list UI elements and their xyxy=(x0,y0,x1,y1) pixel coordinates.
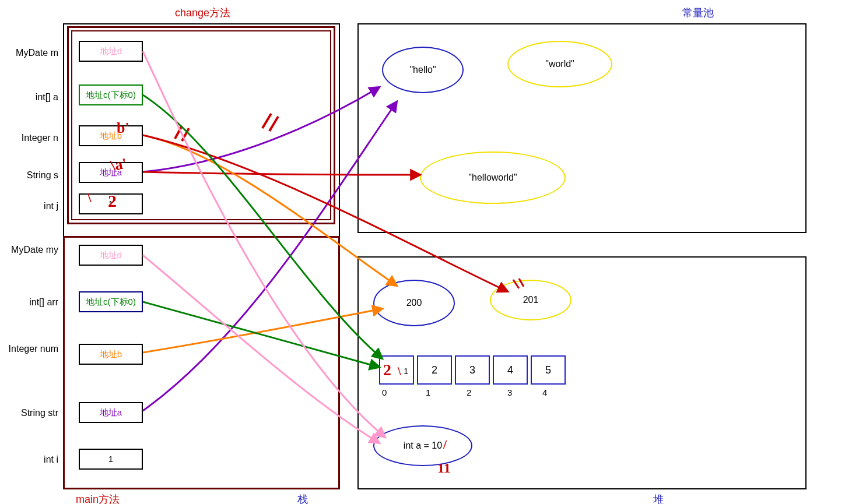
slot-change-b-prime: b' xyxy=(117,119,129,137)
label-string-str: String str xyxy=(0,408,58,418)
arr-cell-1: 2 xyxy=(417,355,452,385)
slot-main-addr-d: 地址d xyxy=(79,245,143,266)
title-change-method: change方法 xyxy=(175,6,230,20)
label-integer-n: Integer n xyxy=(0,133,58,143)
j-new: 2 xyxy=(108,191,117,211)
label-integer-num: Integer num xyxy=(0,344,58,354)
arr-cell-0-old: 1 xyxy=(404,358,408,385)
idx-2: 2 xyxy=(467,387,471,397)
label-mydate-my: MyDate my xyxy=(0,245,58,255)
arr-cell-0-strike: \ xyxy=(398,358,401,385)
label-int-i: int i xyxy=(0,454,58,465)
ellipse-hello: "hello" xyxy=(382,47,464,93)
slot-main-i: 1 xyxy=(79,449,143,470)
arr-cell-0: 2 \ 1 xyxy=(379,355,414,385)
mydate-strike: / xyxy=(443,437,447,452)
title-const-pool: 常量池 xyxy=(682,6,714,20)
slot-change-addr-c: 地址c(下标0) xyxy=(79,84,143,105)
arr-cell-2: 3 xyxy=(455,355,490,385)
slot-main-addr-b: 地址b xyxy=(79,344,143,365)
slot-main-addr-a: 地址a xyxy=(79,402,143,423)
ellipse-world: "world" xyxy=(507,41,612,87)
ellipse-201: 201 xyxy=(490,280,571,320)
label-intarr-a: int[] a xyxy=(0,92,58,103)
slot-change-a-prime: \a' xyxy=(110,155,128,175)
label-intarr: int[] arr xyxy=(0,297,58,308)
label-string-s: String s xyxy=(0,170,58,181)
title-main-method: main方法 xyxy=(76,492,120,504)
idx-4: 4 xyxy=(542,387,547,397)
mydate-new: 11 xyxy=(437,460,451,476)
title-heap: 堆 xyxy=(653,492,664,504)
slot-change-addr-d: 地址d xyxy=(79,41,143,62)
ellipse-mydate: int a = 10 xyxy=(373,425,472,466)
ellipse-helloworld: "helloworld" xyxy=(420,151,566,204)
arr-cell-3: 4 xyxy=(493,355,528,385)
idx-3: 3 xyxy=(507,387,512,397)
slot-change-addr-b: 地址b xyxy=(79,125,143,146)
slot-main-addr-c: 地址c(下标0) xyxy=(79,291,143,312)
arr-cell-4: 5 xyxy=(531,355,566,385)
idx-0: 0 xyxy=(382,387,387,397)
j-strike: \ xyxy=(87,190,92,206)
label-int-j: int j xyxy=(0,201,58,212)
arr-cell-0-new: 2 xyxy=(383,357,391,383)
ellipse-200: 200 xyxy=(373,280,455,326)
title-stack: 栈 xyxy=(297,492,308,504)
idx-1: 1 xyxy=(426,387,430,397)
label-mydate-m: MyDate m xyxy=(0,48,58,58)
